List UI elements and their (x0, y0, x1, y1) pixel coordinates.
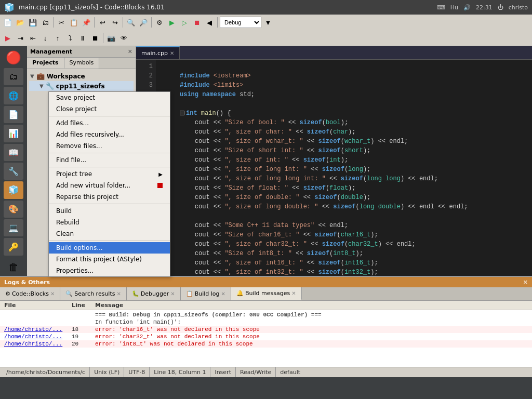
taskbar-icon-trash[interactable]: 🗑 (4, 259, 23, 276)
ctx-add-files[interactable]: Add files... (49, 117, 170, 129)
debug-stop-button[interactable]: ⏹ (89, 32, 101, 44)
taskbar-icon-3[interactable]: 📄 (4, 106, 23, 123)
search-tab-close[interactable]: ✕ (116, 291, 121, 297)
taskbar-icon-ubuntu[interactable]: 🔴 (3, 48, 24, 66)
toolbar-sep-3 (123, 17, 123, 28)
log-error-file-0[interactable]: /home/christo/... (4, 326, 72, 332)
run-button[interactable]: ▷ (179, 17, 190, 28)
log-error-line-2: 20 (72, 341, 95, 347)
log-column-headers: File Line Message (0, 301, 532, 310)
app-icon: 🧊 (4, 3, 15, 12)
bottom-tab-debugger[interactable]: 🐛 Debugger ✕ (127, 287, 181, 300)
ctx-properties[interactable]: Properties... (49, 265, 170, 276)
config-down-button[interactable]: ▼ (262, 17, 274, 28)
stop-button[interactable]: ⏹ (191, 17, 203, 28)
bottom-tab-buildlog[interactable]: 📋 Build log ✕ (181, 287, 231, 300)
project-arrow: ▼ (39, 83, 44, 89)
find-replace-button[interactable]: 🔎 (138, 17, 149, 28)
debug-step5-button[interactable]: ⤵ (64, 32, 76, 44)
new-button[interactable]: 📄 (2, 17, 14, 28)
tab-symbols[interactable]: Symbols (64, 58, 100, 69)
gear-button[interactable]: ⚙ (154, 17, 165, 28)
codeblocks-tab-close[interactable]: ✕ (50, 291, 55, 297)
log-error-line-1: 19 (72, 334, 95, 340)
find-button[interactable]: 🔍 (125, 17, 137, 28)
taskbar-icon-8[interactable]: 🎨 (4, 201, 23, 218)
tab-projects[interactable]: Projects (27, 58, 64, 69)
bottom-panel-close-icon[interactable]: ✕ (523, 279, 528, 286)
buildlog-tab-close[interactable]: ✕ (221, 291, 225, 297)
bottom-tab-buildmessages[interactable]: 🔔 Build messages ✕ (231, 287, 302, 300)
cut-button[interactable]: ✂ (56, 17, 67, 28)
ctx-close-project[interactable]: Close project (49, 103, 170, 115)
project-item[interactable]: ▼ 🔧 cpp11_sizeofs (29, 81, 134, 91)
toolbar-row-2: ▶ ⇥ ⇤ ↓ ↑ ⤵ ⏸ ⏹ 📷 👁 (0, 30, 532, 46)
ctx-add-files-recursively[interactable]: Add files recursively... (49, 129, 170, 140)
management-title: Management (30, 48, 72, 55)
log-build-header-text: === Build: Debug in cpp11_sizeofs (compi… (95, 312, 528, 318)
log-error-msg-0: error: 'char16_t' was not declared in th… (95, 326, 528, 332)
screenshot-button[interactable]: 📷 (105, 32, 117, 44)
taskbar-icon-10[interactable]: 🔑 (4, 238, 23, 255)
bottom-tab-search[interactable]: 🔍 Search results ✕ (60, 287, 127, 300)
save-all-button[interactable]: 🗂 (39, 17, 51, 28)
status-line-ending: Unix (LF) (90, 367, 124, 377)
prev-button[interactable]: ◀ (204, 17, 215, 28)
debug-pause-button[interactable]: ⏸ (77, 32, 88, 44)
log-error-file-2[interactable]: /home/christo/... (4, 341, 72, 347)
ctx-remove-files[interactable]: Remove files... (49, 140, 170, 152)
code-content[interactable]: #include <iostream> #include <limits> us… (176, 60, 532, 276)
log-content[interactable]: === Build: Debug in cpp11_sizeofs (compi… (0, 310, 532, 367)
code-area[interactable]: 1 2 3 4 ▬ 6 7 8 9 10 11 12 13 14 15 16 1… (136, 60, 532, 276)
ctx-build[interactable]: Build (49, 205, 170, 217)
debugger-tab-close[interactable]: ✕ (170, 291, 175, 297)
ctx-format-project[interactable]: Format this project (AStyle) (49, 254, 170, 265)
editor-tab-close[interactable]: ✕ (170, 50, 174, 56)
debug-start-button[interactable]: ▶ (2, 32, 14, 44)
open-button[interactable]: 📂 (15, 17, 26, 28)
management-header: Management ✕ (27, 46, 136, 58)
taskbar-icon-6[interactable]: 🔧 (4, 163, 23, 180)
search-tab-icon: 🔍 (65, 290, 73, 297)
debug-step2-button[interactable]: ⇤ (27, 32, 38, 44)
workspace-item[interactable]: ▼ 💼 Workspace (29, 71, 134, 81)
log-error-msg-2: error: 'int8_t' was not declared in this… (95, 341, 528, 347)
debug-step4-button[interactable]: ↑ (52, 32, 63, 44)
ctx-find-file[interactable]: Find file... (49, 154, 170, 166)
ctx-project-tree[interactable]: Project tree ▶ (49, 168, 170, 180)
taskbar-icon-4[interactable]: 📊 (4, 125, 23, 142)
taskbar-icon-9[interactable]: 💻 (4, 219, 23, 236)
build-config-dropdown[interactable]: Debug (220, 17, 261, 28)
bottom-tab-codeblocks[interactable]: ⚙ Code::Blocks ✕ (0, 287, 60, 300)
redo-button[interactable]: ↪ (109, 17, 121, 28)
log-col-file-header: File (4, 302, 72, 309)
log-error-file-1[interactable]: /home/christo/... (4, 334, 72, 340)
ctx-sep-2 (49, 153, 170, 153)
copy-button[interactable]: 📋 (68, 17, 79, 28)
ctx-rebuild[interactable]: Rebuild (49, 217, 170, 228)
editor-tab-main[interactable]: main.cpp ✕ (136, 46, 180, 59)
buildmessages-tab-close[interactable]: ✕ (291, 290, 296, 296)
debug-step-button[interactable]: ⇥ (15, 32, 26, 44)
management-close-icon[interactable]: ✕ (128, 48, 132, 55)
taskbar-icon-1[interactable]: 🗂 (4, 68, 23, 85)
build-toolbar-button[interactable]: ▶ (166, 17, 178, 28)
undo-button[interactable]: ↩ (97, 17, 108, 28)
save-button[interactable]: 💾 (27, 17, 38, 28)
debug-step3-button[interactable]: ↓ (39, 32, 51, 44)
project-label: cpp11_sizeofs (56, 83, 105, 90)
taskbar-icon-7[interactable]: 🧊 (4, 181, 23, 198)
ctx-clean[interactable]: Clean (49, 228, 170, 240)
ctx-build-options[interactable]: Build options... (49, 242, 170, 254)
ctx-add-virtual-folder[interactable]: Add new virtual folder... (49, 180, 170, 191)
watch-button[interactable]: 👁 (118, 32, 129, 44)
taskbar-icon-5[interactable]: 📖 (4, 144, 23, 161)
ctx-reparse-project[interactable]: Reparse this project (49, 191, 170, 203)
bottom-panel: Logs & Others ✕ ⚙ Code::Blocks ✕ 🔍 Searc… (0, 276, 532, 367)
ctx-save-project[interactable]: Save project (49, 92, 170, 103)
context-menu: Save project Close project Add files... … (48, 91, 170, 277)
taskbar-icon-2[interactable]: 🌐 (4, 87, 23, 104)
log-error-line-0: 18 (72, 326, 95, 332)
taskbar: 🔴 🗂 🌐 📄 📊 📖 🔧 🧊 🎨 💻 🔑 🗑 (0, 46, 27, 276)
paste-button[interactable]: 📌 (81, 17, 92, 28)
